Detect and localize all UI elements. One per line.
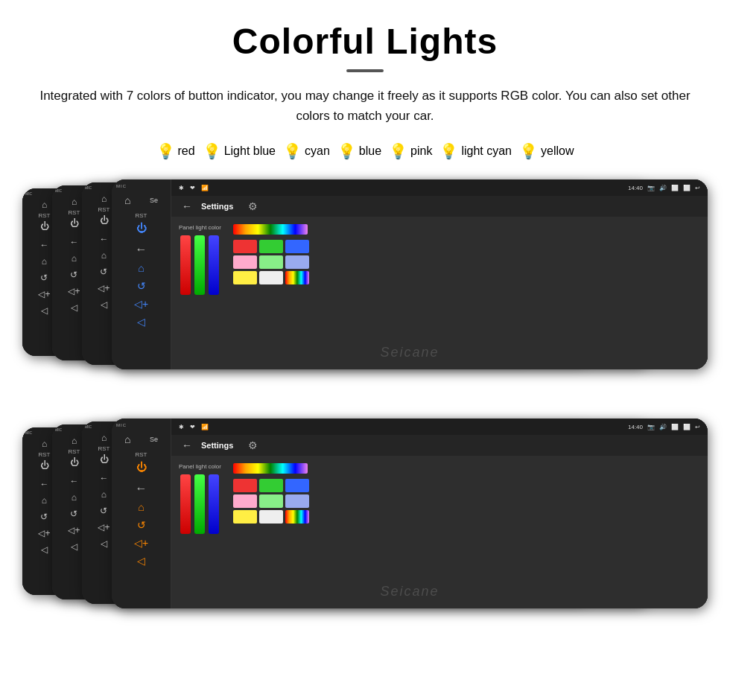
power-icon-main: ⏻ [136,222,147,234]
slider-blue[interactable] [209,235,219,295]
sidebar-home-row-b: ⌂ Se [112,433,171,445]
nav2-2: ↺ [100,267,107,277]
back-arrow-icon[interactable]: ← [136,243,147,256]
swatch-blue-b[interactable] [285,479,309,492]
sound-icon-b: 🔊 [659,424,667,430]
arrow-icon-2: ← [99,234,108,244]
description: Integrated with 7 colors of button indic… [0,86,730,139]
nav-icon-row: ← ⌂ ↺ ◁+ ◁ [134,243,148,328]
screen-group-bottom: MIC ⌂ RST ⏻ ← ⌂ ↺ ◁+ ◁ [15,411,715,616]
vol-up-icon-b[interactable]: ◁ [137,555,145,567]
back-icon-main[interactable]: ↺ [137,280,146,292]
color-label-red: red [178,144,195,158]
color-label-pink: pink [410,144,432,158]
screen-inner-main-b: MIC ⌂ Se RST ⏻ ← ⌂ ↺ ◁+ ◁ [112,419,708,608]
wifi-icon-b: 📶 [201,424,209,430]
swatch-white-b[interactable] [259,510,283,524]
home-icon-main[interactable]: ⌂ [138,262,144,274]
settings-icon-b: ⚙ [248,439,258,451]
gradient-bar[interactable] [233,224,308,235]
color-list: 💡 red 💡 Light blue 💡 cyan 💡 blue 💡 pink … [0,139,730,172]
swatch-rainbow-b[interactable] [285,510,309,524]
home-icon-2: ⌂ [101,194,107,204]
color-swatches-b [233,479,309,524]
bulb-cyan-icon: 💡 [283,144,302,159]
color-item-lightblue: 💡 Light blue [203,144,276,159]
slider-blue-b[interactable] [209,474,219,534]
arrow-icon-4: ← [39,240,48,250]
device-card-main-b[interactable]: MIC ⌂ Se RST ⏻ ← ⌂ ↺ ◁+ ◁ [112,419,708,608]
status-left: ✱ ❤ 📶 [179,185,209,191]
slider-green[interactable] [194,235,205,295]
power-icon-2b: ⏻ [100,454,109,465]
panel-light-section-b: Panel light color [179,463,221,534]
bulb-red-icon: 💡 [156,144,175,159]
title-divider [346,69,384,72]
swatch-green[interactable] [259,240,283,253]
settings-label-b: Se [150,436,158,443]
power-icon-3b: ⏻ [70,457,79,468]
app-back-icon[interactable]: ← [182,200,192,212]
swatch-green-b[interactable] [259,479,283,492]
page-title: Colorful Lights [0,0,730,69]
nav1-3: ⌂ [72,253,77,264]
panel-light-label: Panel light color [179,224,221,231]
settings-content: Panel light color [171,217,708,369]
time-display-b: 14:40 [628,424,643,430]
mic-label: MIC [116,184,127,188]
rst-row: RST [136,212,147,219]
vol-up-icon[interactable]: ◁ [137,316,145,328]
back-arrow-icon-b[interactable]: ← [136,482,147,495]
nav2-2b: ↺ [100,506,107,516]
camera-icon: 📷 [647,185,655,191]
swatch-ltgreen-b[interactable] [259,494,283,508]
swatch-ltblue[interactable] [285,255,309,269]
color-item-lightcyan: 💡 light cyan [439,144,512,159]
swatch-ltgreen[interactable] [259,255,283,269]
back-icon-main-b[interactable]: ↺ [137,519,146,531]
nav-icon-row-b: ← ⌂ ↺ ◁+ ◁ [134,482,148,567]
swatch-blue[interactable] [285,240,309,253]
nav2-4: ↺ [40,273,48,283]
swatch-yellow[interactable] [233,271,257,284]
arrow-icon-3: ← [69,237,78,247]
swatch-yellow-b[interactable] [233,510,257,524]
swatch-white[interactable] [259,271,283,284]
wifi-icon: 📶 [201,185,209,191]
box2-icon-b: ⬜ [683,424,691,430]
swatch-rainbow[interactable] [285,271,309,284]
nav4-3: ◁ [71,302,77,313]
settings-label: Se [150,197,158,204]
home-icon-4: ⌂ [42,200,47,210]
swatch-red-b[interactable] [233,479,257,492]
nav2-4b: ↺ [40,512,48,522]
slider-green-b[interactable] [194,474,205,534]
color-item-pink: 💡 pink [389,144,432,159]
color-label-lightblue: Light blue [224,144,276,158]
sidebar-top: MIC [112,184,171,188]
slider-red[interactable] [180,235,191,295]
time-display: 14:40 [628,185,643,191]
vol-down-icon[interactable]: ◁+ [134,298,148,310]
app-header-title: Settings [201,202,233,211]
bt-icon: ✱ [179,185,184,191]
camera-icon-b: 📷 [647,424,655,430]
app-back-icon-b[interactable]: ← [182,439,192,451]
swatch-ltblue-b[interactable] [285,494,309,508]
slider-red-b[interactable] [180,474,191,534]
home-icon-main-b[interactable]: ⌂ [138,501,144,513]
swatch-pink-b[interactable] [233,494,257,508]
nav3-2: ◁+ [98,283,110,293]
swatch-red[interactable] [233,240,257,253]
nav3-4: ◁+ [38,289,50,299]
power-icon-3: ⏻ [70,218,79,229]
swatch-pink[interactable] [233,255,257,269]
gradient-bar-b[interactable] [233,463,308,474]
box2-icon: ⬜ [683,185,691,191]
color-label-yellow: yellow [541,144,574,158]
vol-down-icon-b[interactable]: ◁+ [134,537,148,549]
nav3-3: ◁+ [68,286,80,296]
app-header-title-b: Settings [201,441,233,450]
power-icon-4b: ⏻ [40,460,49,471]
device-card-main[interactable]: MIC ⌂ Se RST ⏻ ← ⌂ ↺ ◁+ ◁ [112,179,708,369]
